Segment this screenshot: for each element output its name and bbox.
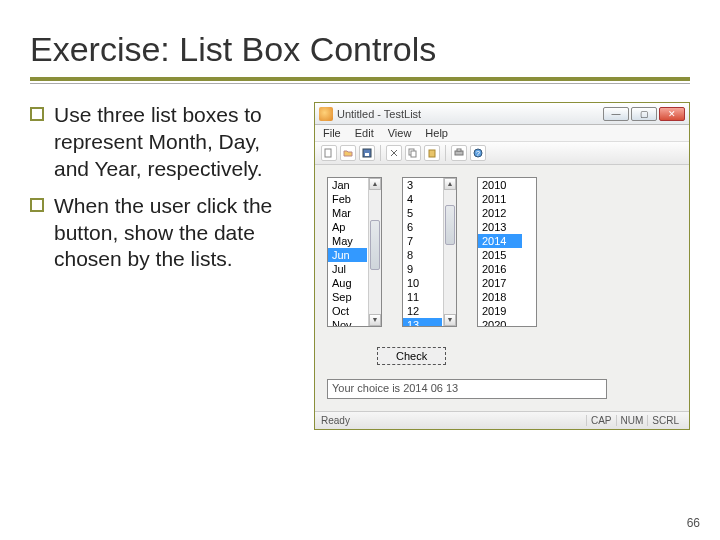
close-button[interactable]: ✕ [659, 107, 685, 121]
list-item: When the user click the button, show the… [30, 193, 300, 274]
menu-view[interactable]: View [388, 127, 412, 139]
result-output: Your choice is 2014 06 13 [327, 379, 607, 399]
list-item[interactable]: Aug [328, 276, 367, 290]
check-button[interactable]: Check [377, 347, 446, 365]
app-window: Untitled - TestList — ▢ ✕ File Edit View… [314, 102, 690, 430]
day-listbox[interactable]: 34567891011121314 ▲ ▼ [402, 177, 457, 327]
list-item[interactable]: 12 [403, 304, 442, 318]
scrollbar[interactable]: ▲ ▼ [443, 178, 456, 326]
scrollbar[interactable]: ▲ ▼ [368, 178, 381, 326]
list-item[interactable]: Jun [328, 248, 367, 262]
minimize-button[interactable]: — [603, 107, 629, 121]
maximize-button[interactable]: ▢ [631, 107, 657, 121]
copy-icon[interactable] [405, 145, 421, 161]
status-num: NUM [616, 415, 648, 426]
list-item[interactable]: Nov [328, 318, 367, 327]
svg-rect-2 [365, 153, 369, 156]
status-scrl: SCRL [647, 415, 683, 426]
list-item[interactable]: 10 [403, 276, 442, 290]
year-listbox[interactable]: 2010201120122013201420152016201720182019… [477, 177, 537, 327]
svg-text:?: ? [476, 150, 480, 157]
svg-rect-0 [325, 149, 331, 157]
statusbar: Ready CAP NUM SCRL [315, 411, 689, 429]
month-listbox[interactable]: JanFebMarApMayJunJulAugSepOctNovDe ▲ ▼ [327, 177, 382, 327]
status-caps: CAP [586, 415, 616, 426]
toolbar-separator [380, 145, 381, 161]
list-item[interactable]: Jan [328, 178, 367, 192]
list-item[interactable]: Sep [328, 290, 367, 304]
list-item[interactable]: 4 [403, 192, 442, 206]
title-rule [30, 77, 690, 84]
paste-icon[interactable] [424, 145, 440, 161]
menu-help[interactable]: Help [425, 127, 448, 139]
print-icon[interactable] [451, 145, 467, 161]
save-icon[interactable] [359, 145, 375, 161]
list-item[interactable]: 2016 [478, 262, 522, 276]
svg-rect-7 [457, 149, 461, 151]
svg-rect-4 [411, 151, 416, 157]
scroll-down-icon[interactable]: ▼ [369, 314, 381, 326]
open-folder-icon[interactable] [340, 145, 356, 161]
toolbar-separator [445, 145, 446, 161]
scroll-thumb[interactable] [445, 205, 455, 245]
list-item[interactable]: 7 [403, 234, 442, 248]
scroll-thumb[interactable] [370, 220, 380, 270]
list-item[interactable]: 2019 [478, 304, 522, 318]
status-ready: Ready [321, 415, 350, 426]
list-item[interactable]: Oct [328, 304, 367, 318]
list-item[interactable]: Jul [328, 262, 367, 276]
list-item[interactable]: 2012 [478, 206, 522, 220]
scroll-down-icon[interactable]: ▼ [444, 314, 456, 326]
list-item[interactable]: 2010 [478, 178, 522, 192]
list-item[interactable]: 3 [403, 178, 442, 192]
list-item[interactable]: 2014 [478, 234, 522, 248]
list-item[interactable]: Feb [328, 192, 367, 206]
app-icon [319, 107, 333, 121]
help-icon[interactable]: ? [470, 145, 486, 161]
list-item[interactable]: 8 [403, 248, 442, 262]
bullet-list: Use three list boxes to represent Month,… [30, 102, 300, 430]
new-file-icon[interactable] [321, 145, 337, 161]
list-item[interactable]: Ap [328, 220, 367, 234]
list-item[interactable]: 2020 [478, 318, 522, 327]
list-item[interactable]: 2015 [478, 248, 522, 262]
scroll-up-icon[interactable]: ▲ [369, 178, 381, 190]
list-item[interactable]: 5 [403, 206, 442, 220]
list-item[interactable]: 2013 [478, 220, 522, 234]
list-item[interactable]: 2017 [478, 276, 522, 290]
list-item: Use three list boxes to represent Month,… [30, 102, 300, 183]
window-title: Untitled - TestList [337, 108, 603, 120]
page-title: Exercise: List Box Controls [30, 30, 690, 69]
list-item[interactable]: 6 [403, 220, 442, 234]
toolbar: ? [315, 142, 689, 165]
page-number: 66 [687, 516, 700, 530]
scroll-up-icon[interactable]: ▲ [444, 178, 456, 190]
svg-rect-5 [429, 150, 435, 157]
bullet-text: Use three list boxes to represent Month,… [54, 102, 300, 183]
menu-file[interactable]: File [323, 127, 341, 139]
list-item[interactable]: 13 [403, 318, 442, 327]
svg-rect-6 [455, 151, 463, 155]
square-bullet-icon [30, 198, 44, 212]
cut-icon[interactable] [386, 145, 402, 161]
bullet-text: When the user click the button, show the… [54, 193, 300, 274]
list-item[interactable]: 2011 [478, 192, 522, 206]
menu-edit[interactable]: Edit [355, 127, 374, 139]
list-item[interactable]: May [328, 234, 367, 248]
list-item[interactable]: Mar [328, 206, 367, 220]
client-area: JanFebMarApMayJunJulAugSepOctNovDe ▲ ▼ 3… [315, 165, 689, 411]
titlebar[interactable]: Untitled - TestList — ▢ ✕ [315, 103, 689, 125]
square-bullet-icon [30, 107, 44, 121]
list-item[interactable]: 2018 [478, 290, 522, 304]
list-item[interactable]: 9 [403, 262, 442, 276]
list-item[interactable]: 11 [403, 290, 442, 304]
menubar: File Edit View Help [315, 125, 689, 142]
